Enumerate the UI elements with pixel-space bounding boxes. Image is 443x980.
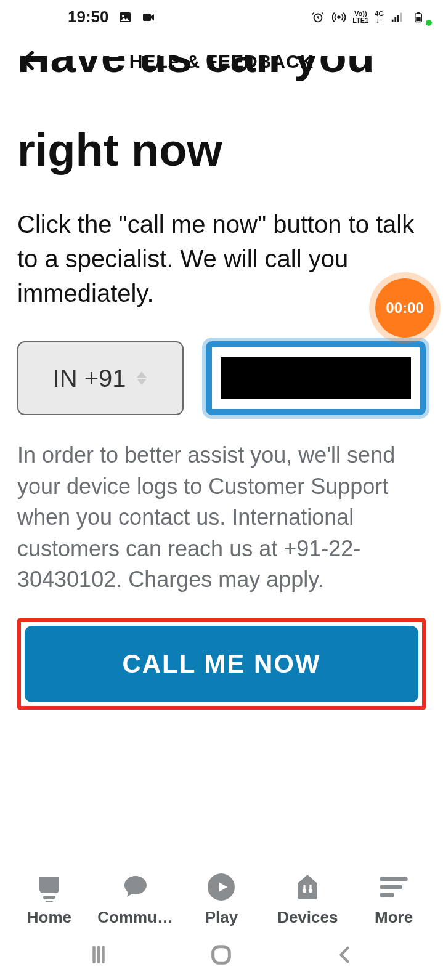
volte-label: Vo))LTE1 bbox=[352, 10, 368, 24]
video-icon bbox=[141, 10, 156, 25]
phone-input[interactable] bbox=[221, 357, 411, 399]
play-icon bbox=[205, 871, 237, 903]
status-bar: 19:50 Vo))LTE1 4G↓↑ bbox=[0, 0, 443, 34]
alarm-icon bbox=[311, 10, 325, 25]
signal-icon bbox=[390, 10, 405, 25]
tab-more[interactable]: More bbox=[351, 871, 437, 927]
svg-rect-5 bbox=[392, 19, 394, 22]
tab-devices[interactable]: Devices bbox=[264, 871, 351, 927]
image-icon bbox=[118, 10, 132, 25]
tab-label: Play bbox=[205, 908, 238, 927]
recents-button[interactable] bbox=[80, 942, 117, 967]
svg-rect-11 bbox=[416, 17, 421, 21]
hotspot-icon bbox=[331, 10, 346, 25]
svg-rect-2 bbox=[143, 14, 151, 21]
tab-label: More bbox=[375, 908, 413, 927]
tab-label: Commu… bbox=[97, 908, 173, 927]
status-time: 19:50 bbox=[68, 7, 109, 26]
svg-rect-18 bbox=[310, 885, 312, 889]
more-icon bbox=[378, 871, 410, 903]
svg-rect-12 bbox=[43, 896, 55, 899]
bottom-tab-bar: Home Commu… Play Devices More bbox=[0, 848, 443, 929]
stepper-icon bbox=[137, 371, 148, 385]
timer-value: 00:00 bbox=[386, 299, 423, 317]
svg-point-1 bbox=[122, 15, 124, 17]
svg-rect-10 bbox=[417, 12, 420, 13]
chat-icon bbox=[120, 871, 152, 903]
devices-icon bbox=[291, 871, 323, 903]
tab-label: Devices bbox=[277, 908, 338, 927]
call-me-now-button[interactable]: CALL ME NOW bbox=[25, 626, 418, 702]
system-nav-bar bbox=[0, 929, 443, 980]
svg-rect-8 bbox=[400, 12, 402, 22]
tab-home[interactable]: Home bbox=[6, 871, 92, 927]
tab-label: Home bbox=[27, 908, 71, 927]
tab-play[interactable]: Play bbox=[179, 871, 265, 927]
country-code-label: IN +91 bbox=[53, 365, 126, 392]
data-label: 4G↓↑ bbox=[375, 10, 384, 24]
country-code-select[interactable]: IN +91 bbox=[17, 341, 184, 415]
home-button[interactable] bbox=[203, 942, 240, 967]
home-icon bbox=[33, 871, 65, 903]
hero-subhead: Click the "call me now" button to talk t… bbox=[17, 207, 426, 310]
back-sys-button[interactable] bbox=[326, 942, 363, 967]
svg-rect-6 bbox=[394, 17, 396, 22]
tab-community[interactable]: Commu… bbox=[92, 871, 179, 927]
hero-title: Have us call you right now bbox=[17, 86, 426, 175]
svg-point-4 bbox=[338, 16, 340, 18]
screen-record-timer[interactable]: 00:00 bbox=[375, 278, 434, 338]
svg-rect-19 bbox=[213, 947, 230, 963]
svg-rect-7 bbox=[397, 15, 399, 22]
call-button-highlight: CALL ME NOW bbox=[17, 618, 426, 710]
svg-rect-17 bbox=[304, 885, 306, 889]
phone-input-wrap bbox=[206, 341, 426, 415]
battery-icon bbox=[411, 10, 426, 25]
logs-disclaimer: In order to better assist you, we'll sen… bbox=[17, 440, 426, 595]
svg-rect-13 bbox=[46, 901, 53, 902]
